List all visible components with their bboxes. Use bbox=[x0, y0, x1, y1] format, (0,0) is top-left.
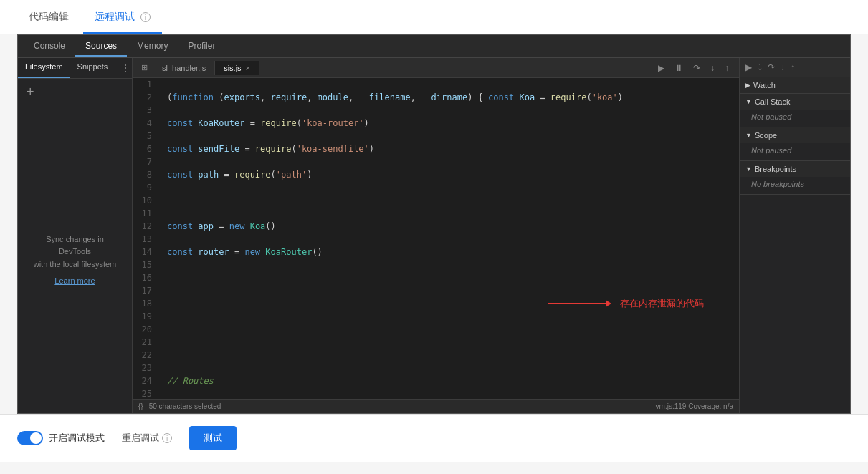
code-lines: 12345 678910 1112131415 1617181920 21222… bbox=[133, 78, 739, 399]
tab-code-editor[interactable]: 代码编辑 bbox=[17, 2, 80, 34]
code-line-8 bbox=[167, 271, 730, 284]
restart-label: 重启调试 bbox=[122, 432, 159, 445]
toggle-label: 开启调试模式 bbox=[49, 432, 105, 445]
code-content: (function (exports, require, module, __f… bbox=[158, 78, 739, 399]
watch-label: Watch bbox=[753, 81, 776, 90]
close-tab-icon[interactable]: × bbox=[246, 64, 250, 72]
step-icon[interactable]: ⤵ bbox=[756, 61, 763, 74]
code-area: ⊞ sl_handler.js sis.js × ▶ ⏸ ↷ ↓ ↑ bbox=[133, 58, 739, 413]
sync-description: Sync changes in DevToolswith the local f… bbox=[32, 233, 118, 271]
call-stack-section: ▼ Call Stack Not paused bbox=[740, 94, 850, 127]
step-into-right-icon[interactable]: ↓ bbox=[779, 61, 786, 74]
info-icon: i bbox=[140, 12, 151, 22]
tab-memory[interactable]: Memory bbox=[127, 37, 178, 57]
code-line-1: (function (exports, require, module, __f… bbox=[167, 91, 730, 104]
scope-label: Scope bbox=[755, 131, 777, 140]
tab-remote-debug[interactable]: 远程调试 i bbox=[83, 2, 162, 34]
sidebar-tab-filesystem[interactable]: Filesystem bbox=[18, 58, 70, 78]
code-line-11 bbox=[167, 349, 730, 362]
watch-section: ▶ Watch bbox=[740, 77, 850, 94]
breakpoints-triangle-icon: ▼ bbox=[745, 165, 752, 173]
step-into-icon[interactable]: ↓ bbox=[707, 62, 717, 74]
tab-sources[interactable]: Sources bbox=[75, 37, 127, 57]
restart-info-icon: i bbox=[162, 433, 172, 443]
devtools-main: Filesystem Snippets ⋮ + Sync changes in … bbox=[18, 58, 850, 413]
scope-header[interactable]: ▼ Scope bbox=[740, 127, 850, 143]
tab-profiler[interactable]: Profiler bbox=[178, 37, 225, 57]
breakpoints-content: No breakpoints bbox=[740, 177, 850, 194]
scope-section: ▼ Scope Not paused bbox=[740, 127, 850, 161]
file-tab-sis-label: sis.js bbox=[224, 64, 241, 72]
tabs-icon: ⊞ bbox=[135, 60, 153, 75]
bottom-bar: 开启调试模式 重启调试 i 测试 bbox=[0, 414, 868, 462]
code-line-9 bbox=[167, 297, 730, 310]
sidebar-tab-snippets[interactable]: Snippets bbox=[70, 58, 115, 78]
learn-more-link[interactable]: Learn more bbox=[54, 276, 95, 285]
breakpoints-header[interactable]: ▼ Breakpoints bbox=[740, 161, 850, 177]
code-line-6: const app = new Koa() bbox=[167, 220, 730, 233]
pause-icon[interactable]: ⏸ bbox=[672, 62, 686, 74]
code-line-2: const KoaRouter = require('koa-router') bbox=[167, 117, 730, 130]
call-stack-triangle-icon: ▼ bbox=[745, 98, 752, 105]
right-panel: ▶ ⤵ ↷ ↓ ↑ ▶ Watch ▼ Call Stack Not pause… bbox=[739, 58, 850, 413]
breakpoints-section: ▼ Breakpoints No breakpoints bbox=[740, 161, 850, 195]
devtools-topbar: Console Sources Memory Profiler bbox=[18, 35, 850, 58]
step-out-icon[interactable]: ↑ bbox=[722, 62, 732, 74]
tab-remote-debug-label: 远程调试 bbox=[95, 11, 135, 22]
code-line-3: const sendFile = require('koa-sendfile') bbox=[167, 142, 730, 155]
call-stack-content: Not paused bbox=[740, 110, 850, 127]
watch-header[interactable]: ▶ Watch bbox=[740, 77, 850, 93]
status-location: vm.js:119 Coverage: n/a bbox=[656, 402, 733, 410]
step-over-right-icon[interactable]: ↷ bbox=[766, 61, 776, 74]
code-statusbar: {} 50 characters selected vm.js:119 Cove… bbox=[133, 399, 739, 413]
resume-icon[interactable]: ▶ bbox=[744, 61, 753, 74]
scope-triangle-icon: ▼ bbox=[745, 132, 752, 139]
toggle-track[interactable] bbox=[17, 431, 43, 445]
restart-button[interactable]: 重启调试 i bbox=[122, 432, 172, 445]
toggle-thumb bbox=[30, 432, 42, 444]
watch-triangle-icon: ▶ bbox=[745, 82, 750, 89]
add-folder-button[interactable]: + bbox=[18, 79, 132, 105]
code-line-7: const router = new KoaRouter() bbox=[167, 246, 730, 258]
code-line-10 bbox=[167, 323, 730, 336]
tab-console[interactable]: Console bbox=[24, 37, 75, 57]
line-numbers: 12345 678910 1112131415 1617181920 21222… bbox=[133, 78, 158, 399]
run-icon[interactable]: ▶ bbox=[655, 62, 667, 74]
status-brackets: {} bbox=[138, 402, 143, 410]
test-button[interactable]: 测试 bbox=[189, 426, 237, 450]
step-out-right-icon[interactable]: ↑ bbox=[789, 61, 796, 74]
code-line-12: // Routes bbox=[167, 374, 730, 387]
code-toolbar-right: ▶ ⏸ ↷ ↓ ↑ bbox=[655, 62, 736, 74]
code-line-5 bbox=[167, 194, 730, 207]
code-editor[interactable]: 12345 678910 1112131415 1617181920 21222… bbox=[133, 78, 739, 399]
file-tab-sl-handler[interactable]: sl_handler.js bbox=[153, 61, 215, 75]
devtools-sidebar: Filesystem Snippets ⋮ + Sync changes in … bbox=[18, 58, 133, 413]
code-file-tabs: ⊞ sl_handler.js sis.js × ▶ ⏸ ↷ ↓ ↑ bbox=[133, 58, 739, 78]
code-line-4: const path = require('path') bbox=[167, 168, 730, 181]
top-navigation: 代码编辑 远程调试 i bbox=[0, 0, 868, 34]
debug-mode-toggle[interactable]: 开启调试模式 bbox=[17, 431, 105, 445]
file-tab-sis[interactable]: sis.js × bbox=[215, 61, 259, 75]
call-stack-header[interactable]: ▼ Call Stack bbox=[740, 94, 850, 110]
call-stack-label: Call Stack bbox=[755, 97, 791, 106]
sidebar-tabs: Filesystem Snippets ⋮ bbox=[18, 58, 132, 79]
breakpoints-label: Breakpoints bbox=[755, 165, 796, 173]
sidebar-sync-area: Sync changes in DevToolswith the local f… bbox=[18, 105, 132, 413]
scope-content: Not paused bbox=[740, 143, 850, 160]
status-selection: 50 characters selected bbox=[149, 402, 221, 410]
right-panel-toolbar: ▶ ⤵ ↷ ↓ ↑ bbox=[740, 58, 850, 77]
devtools-container: Console Sources Memory Profiler Filesyst… bbox=[17, 34, 851, 414]
step-over-icon[interactable]: ↷ bbox=[690, 62, 703, 74]
